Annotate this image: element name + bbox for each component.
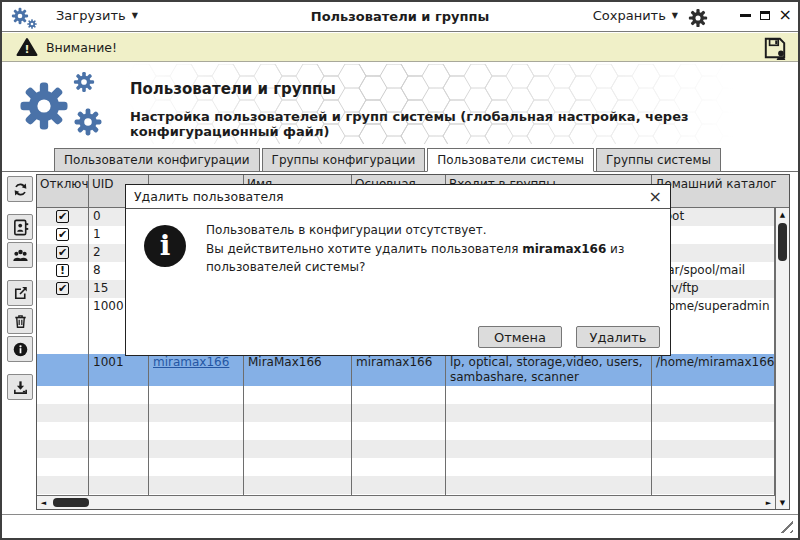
- dialog-close-icon[interactable]: ×: [649, 187, 662, 206]
- resize-grip[interactable]: [780, 520, 793, 533]
- settings-gear-button[interactable]: [686, 5, 710, 29]
- table-cell: [244, 458, 352, 476]
- gears-module-icon: [12, 68, 112, 140]
- load-dropdown-button[interactable]: Загрузить ▼: [56, 8, 138, 23]
- table-cell: /home/miramax166: [652, 354, 775, 386]
- table-cell: [446, 440, 652, 458]
- scroll-left-arrow[interactable]: ◄: [37, 496, 50, 509]
- horizontal-scrollbar[interactable]: ◄ ►: [37, 495, 775, 509]
- table-row-empty: [37, 476, 775, 494]
- save-dropdown-button[interactable]: Сохранить ▼: [593, 8, 678, 23]
- table-cell: [652, 440, 775, 458]
- checkbox-checked-icon[interactable]: ✔: [56, 282, 69, 295]
- dialog-titlebar: Удалить пользователя ×: [126, 185, 670, 209]
- table-cell: [37, 354, 89, 386]
- table-cell: [352, 422, 446, 440]
- scroll-up-arrow[interactable]: ▲: [776, 208, 789, 221]
- table-cell: [89, 404, 149, 422]
- table-cell: [149, 440, 244, 458]
- table-cell: [149, 422, 244, 440]
- refresh-button[interactable]: [7, 176, 33, 202]
- table-cell: 1001: [89, 354, 149, 386]
- table-cell: [149, 386, 244, 404]
- svg-text:!: !: [24, 43, 29, 56]
- table-cell: ✔: [37, 244, 89, 262]
- checkbox-alert-icon[interactable]: !: [56, 264, 69, 277]
- table-cell: [37, 440, 89, 458]
- info-glyph: i: [160, 232, 171, 260]
- scroll-right-arrow[interactable]: ►: [762, 496, 775, 509]
- import-icon: [12, 379, 29, 396]
- table-cell: [446, 458, 652, 476]
- table-cell: [89, 440, 149, 458]
- add-group-button[interactable]: [7, 242, 33, 268]
- table-cell: [244, 422, 352, 440]
- table-cell: [652, 476, 775, 494]
- maximize-button[interactable]: [760, 11, 770, 20]
- table-cell: [244, 440, 352, 458]
- delete-user-dialog: Удалить пользователя × i Пользователь в …: [125, 184, 671, 356]
- status-bar: [2, 514, 798, 538]
- save-label: Сохранить: [593, 8, 666, 23]
- checkbox-checked-icon[interactable]: ✔: [56, 246, 69, 259]
- table-row[interactable]: 1001miramax166MiraMax166miramax166lp, op…: [37, 354, 775, 386]
- side-toolbar: [4, 176, 36, 402]
- table-cell: !: [37, 262, 89, 280]
- module-header: Пользователи и группы Настройка пользова…: [2, 62, 798, 146]
- table-cell: [37, 458, 89, 476]
- horizontal-scroll-thumb[interactable]: [53, 498, 89, 507]
- delete-button[interactable]: Удалить: [576, 326, 660, 348]
- user-login-link[interactable]: miramax166: [153, 355, 229, 369]
- tab-groups-config[interactable]: Группы конфигурации: [262, 148, 426, 172]
- table-cell: [244, 386, 352, 404]
- scroll-down-arrow[interactable]: ▼: [776, 496, 789, 509]
- info-icon: [12, 341, 29, 358]
- vertical-scrollbar[interactable]: ▲ ▼: [775, 208, 789, 509]
- table-cell: [89, 476, 149, 494]
- table-row-empty: [37, 386, 775, 404]
- table-cell: MiraMax166: [244, 354, 352, 386]
- table-cell: [446, 404, 652, 422]
- tab-bar: Пользователи конфигурации Группы конфигу…: [2, 146, 798, 172]
- window-controls: ×: [740, 9, 792, 21]
- table-cell: [352, 440, 446, 458]
- delete-user-button[interactable]: [7, 308, 33, 334]
- checkbox-checked-icon[interactable]: ✔: [56, 228, 69, 241]
- table-cell: [652, 386, 775, 404]
- dialog-message: Пользователь в конфигурации отсутствует.…: [206, 221, 668, 277]
- table-row-empty: [37, 458, 775, 476]
- table-cell: [37, 404, 89, 422]
- close-button[interactable]: ×: [779, 9, 792, 21]
- cancel-button[interactable]: Отмена: [478, 326, 562, 348]
- module-title: Пользователи и группы: [130, 80, 336, 98]
- column-header-home-dir[interactable]: Домашний каталог: [652, 175, 789, 207]
- table-cell: miramax166: [149, 354, 244, 386]
- chevron-down-icon: ▼: [132, 11, 138, 20]
- table-cell: ✔: [37, 208, 89, 226]
- table-cell: [244, 404, 352, 422]
- warning-bar: ! Внимание!: [2, 33, 798, 62]
- import-user-button[interactable]: [7, 374, 33, 400]
- export-user-button[interactable]: [7, 280, 33, 306]
- checkbox-checked-icon[interactable]: ✔: [56, 210, 69, 223]
- save-users-floppy-button[interactable]: [762, 35, 788, 61]
- column-header-disabled[interactable]: Отключ: [37, 175, 89, 207]
- table-cell: [352, 458, 446, 476]
- warning-triangle-icon: !: [16, 37, 38, 57]
- minimize-button[interactable]: [740, 14, 751, 17]
- table-row-empty: [37, 404, 775, 422]
- tab-groups-system[interactable]: Группы системы: [596, 148, 721, 172]
- table-cell: [652, 404, 775, 422]
- info-circle-icon: i: [144, 225, 186, 267]
- tab-users-config[interactable]: Пользователи конфигурации: [54, 148, 260, 172]
- module-subtitle: Настройка пользователей и групп системы …: [130, 109, 798, 139]
- table-cell: [149, 476, 244, 494]
- table-cell: [37, 422, 89, 440]
- refresh-icon: [12, 181, 29, 198]
- add-user-button[interactable]: [7, 214, 33, 240]
- user-info-button[interactable]: [7, 336, 33, 362]
- tab-users-system[interactable]: Пользователи системы: [427, 148, 594, 172]
- user-group-icon: [12, 247, 29, 264]
- vertical-scroll-thumb[interactable]: [778, 223, 787, 261]
- table-cell: [352, 404, 446, 422]
